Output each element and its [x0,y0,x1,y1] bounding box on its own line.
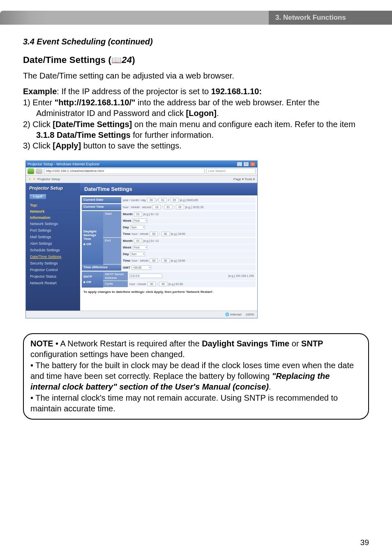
eg-time: [e.g.] 18:01:26 [185,206,204,209]
address-bar[interactable]: http://192.168.1.10/admin/datetime.html [44,168,205,174]
input-hour[interactable]: 18 [152,205,161,209]
field-current-date: year / month / day 09/ 01/ 05 [e.g.] 06/… [121,197,256,203]
window-titlebar: Projector Setup - Windows Internet Explo… [26,161,257,167]
logoff-button[interactable]: Logoff [29,194,46,200]
row-timediff: Time difference GMT +00:00 [82,265,256,271]
input-month[interactable]: 01 [159,198,167,202]
select-gmt[interactable]: +00:00 [131,265,151,270]
input-minute[interactable]: 01 [164,205,173,209]
select-end-week[interactable]: First [133,245,148,250]
menu-head-top: Top: [26,202,80,208]
menu-network-settings[interactable]: Network Settings [26,220,80,227]
note-3c: . [269,382,271,391]
input-end-month[interactable]: 01 [134,239,142,243]
browser-screenshot: Projector Setup - Windows Internet Explo… [25,160,258,318]
note-label: NOTE [30,339,53,348]
label-sntp-server: SNTP Server Address [103,272,128,281]
forward-button[interactable] [36,168,42,174]
header-chapter-label: 3. Network Functions [269,11,392,25]
hint-etime: hour : minute [132,259,149,262]
menu-projector-control[interactable]: Projector Control [26,267,80,273]
row-current-time: Current Time hour : minute : second 18: … [82,204,256,210]
sntp-off-radio[interactable]: ■ Off [83,280,101,284]
page-content: 3.4 Event Scheduling (continued) Date/Ti… [0,25,392,420]
eg-etime: [e.g.] 18:06 [171,259,185,262]
step1-c: . [217,109,219,118]
select-start-day[interactable]: Sun [130,225,145,230]
add-favorite-icon[interactable]: ✚ [33,177,36,181]
note-1c: or [289,339,301,348]
menu-datetime-settings[interactable]: Date/Time Settings [26,253,80,260]
input-second[interactable]: 26 [176,205,184,209]
step3-b: button to save the settings. [81,141,182,150]
status-zoom[interactable]: 100% [246,313,254,316]
menu-port-settings[interactable]: Port Settings [26,227,80,234]
maximize-button[interactable]: □ [243,162,249,167]
book-icon: 📖 [111,56,122,65]
select-start-week[interactable]: First [133,218,148,223]
menu-network-restart[interactable]: Network Restart [26,280,80,286]
lbl-week-s: Week [123,219,131,223]
search-box[interactable]: Live Search [206,168,256,174]
favorites-icon[interactable]: ★ [28,177,31,181]
address-bar-row: http://192.168.1.10/admin/datetime.html … [26,167,257,176]
note-box: NOTE • A Network Restart is required aft… [23,333,369,420]
page-header-bar: 3. Network Functions [0,11,392,25]
label-current-time: Current Time [82,204,121,210]
apply-note: To apply changes to date/time settings: … [82,288,256,296]
step1-a: 1) Enter [23,98,55,107]
input-cycle-m[interactable]: 00 [159,282,167,286]
step2-a: 2) Click [23,120,53,129]
step2-b: on the main menu and configure each item… [132,120,355,129]
note-4: • The internal clock's time may not rema… [30,392,362,414]
menu-head-info: Information [26,214,80,220]
toolbar-menu[interactable]: Page ▾ Tools ▾ [233,177,255,181]
header-shade [0,11,49,25]
lbl-week-e: Week [123,246,131,249]
step3-a: 3) Click [23,141,53,150]
step2-ref: 3.1.8 Data/Time Settings [36,130,131,139]
tab-label[interactable]: Projector Setup [37,177,60,181]
close-button[interactable]: × [250,162,256,167]
label-end: End [103,238,121,264]
step-1: 1) Enter "http://192.168.1.10/" into the… [23,97,369,119]
lbl-month-s: Month [123,212,133,216]
label-sntp: SNTP ■ Off [82,272,103,288]
status-internet: 🌐 Internet [225,313,241,316]
input-start-month[interactable]: 01 [134,212,142,216]
page-number: 39 [360,538,369,547]
menu-mail-settings[interactable]: Mail Settings [26,234,80,240]
input-sntp-addr[interactable]: 0.0.0.0 [129,274,162,278]
eg-date: [e.g.] 06/01/05 [180,199,198,202]
menu-projector-status[interactable]: Projector Status [26,273,80,280]
input-year[interactable]: 09 [147,198,155,202]
menu-schedule-settings[interactable]: Schedule Settings [26,247,80,253]
hint-cycle: hour : minute [129,283,146,285]
eg-month-e: [e.g.] 01~12 [143,239,159,242]
subsection-title: Date/Time Settings (📖24) [23,55,369,65]
dst-off-radio[interactable]: ■ Off [83,242,101,246]
input-end-hour[interactable]: 00 [150,258,158,263]
example-label: Example [23,87,57,96]
back-button[interactable] [28,168,34,174]
minimize-button[interactable]: _ [237,162,242,167]
input-day[interactable]: 05 [171,198,179,202]
menu-alert-settings[interactable]: Alert Settings [26,240,80,247]
label-current-date: Current Date [82,197,121,203]
input-end-min[interactable]: 00 [161,258,170,263]
input-start-min[interactable]: 00 [161,232,170,236]
main-panel-content: Current Date year / month / day 09/ 01/ … [80,195,257,311]
example-line: Example: If the IP address of the projec… [23,86,369,97]
section-title: 3.4 Event Scheduling (continued) [23,37,369,46]
menu-security-settings[interactable]: Security Settings [26,260,80,267]
row-current-date: Current Date year / month / day 09/ 01/ … [82,197,256,203]
step1-url: "http://192.168.1.10/" [55,98,136,107]
input-cycle-h[interactable]: 00 [148,282,156,286]
window-title: Projector Setup - Windows Internet Explo… [28,162,100,166]
input-start-hour[interactable]: 00 [150,232,158,236]
step2-btn: [Date/Time Settings] [53,120,132,129]
select-end-day[interactable]: Sun [130,252,145,256]
label-cycle: Cycle [103,281,128,287]
lbl-time-e: Time [123,259,131,262]
eg-sntp: [e.g.] 192.168.1.254 [228,274,254,277]
